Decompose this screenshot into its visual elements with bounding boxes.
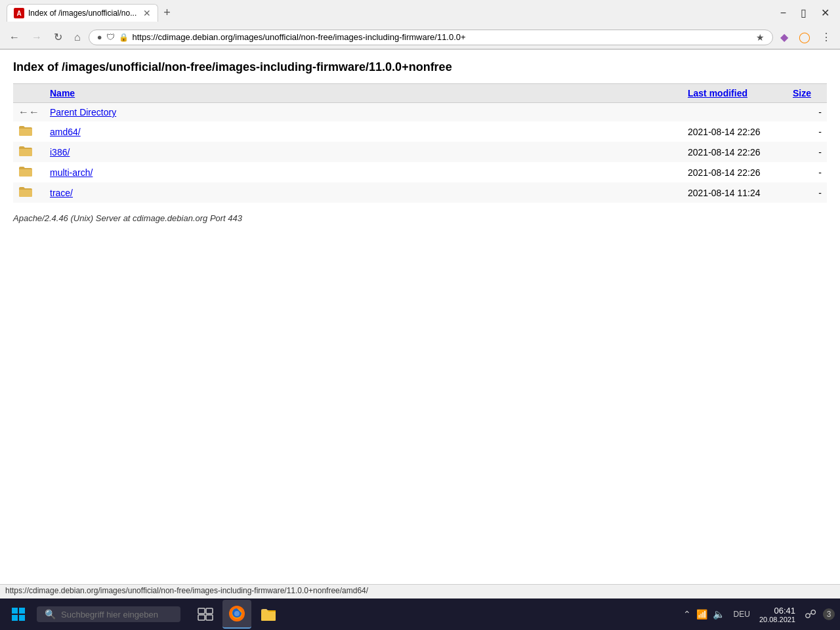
- entry-size-cell: -: [788, 121, 827, 142]
- title-bar: A Index of /images/unofficial/no... ✕ + …: [0, 0, 840, 26]
- entry-modified-cell: [682, 103, 788, 122]
- svg-point-10: [234, 611, 240, 616]
- tray-arrow-icon[interactable]: ⌃: [681, 608, 693, 621]
- entry-icon-cell: ←←: [13, 103, 45, 122]
- svg-rect-7: [206, 615, 213, 620]
- lock-icon: 🔒: [119, 33, 129, 42]
- page-content: Index of /images/unofficial/non-free/ima…: [0, 50, 840, 584]
- pocket-button[interactable]: ◆: [777, 28, 791, 46]
- entry-modified-cell: 2021-08-14 22:26: [682, 142, 788, 162]
- firefox-taskbar-app[interactable]: [222, 600, 251, 629]
- folder-icon: [18, 125, 33, 136]
- svg-rect-2: [12, 615, 18, 621]
- table-row: amd64/2021-08-14 22:26-: [13, 121, 827, 142]
- address-bar[interactable]: ● 🛡 🔒 ★: [89, 30, 773, 45]
- taskview-app[interactable]: [191, 600, 220, 629]
- table-header-row: Name Last modified Size: [13, 84, 827, 103]
- menu-button[interactable]: ⋮: [818, 28, 835, 46]
- svg-rect-5: [206, 608, 213, 614]
- svg-rect-3: [19, 615, 25, 621]
- entry-link[interactable]: i386/: [50, 147, 70, 158]
- language-indicator[interactable]: DEU: [731, 610, 753, 619]
- col-header-icon: [13, 84, 45, 103]
- address-input[interactable]: [133, 32, 752, 42]
- volume-icon[interactable]: 🔈: [711, 607, 727, 621]
- svg-rect-4: [198, 608, 205, 614]
- entry-size-cell: -: [788, 182, 827, 203]
- taskbar-system-tray: ⌃ 📶 🔈 DEU 06:41 20.08.2021 ☍ 3: [681, 606, 835, 623]
- entry-size-cell: -: [788, 162, 827, 182]
- close-button[interactable]: ✕: [817, 5, 833, 20]
- entry-name-cell: i386/: [45, 142, 682, 162]
- svg-rect-0: [12, 608, 18, 614]
- svg-rect-6: [198, 615, 205, 620]
- entry-modified-cell: 2021-08-14 22:26: [682, 162, 788, 182]
- notification-icon[interactable]: ☍: [802, 607, 819, 621]
- entry-link[interactable]: amd64/: [50, 127, 81, 137]
- taskview-icon: [198, 608, 213, 621]
- system-tray-icons: ⌃ 📶 🔈: [681, 607, 727, 621]
- back-button[interactable]: ←: [5, 29, 24, 46]
- minimize-button[interactable]: −: [776, 6, 790, 20]
- firefox-account-button[interactable]: ◯: [795, 28, 814, 46]
- parent-dir-icon: ←←: [18, 106, 39, 117]
- bookmark-star-icon[interactable]: ★: [756, 32, 765, 43]
- entry-modified-cell: 2021-08-14 22:26: [682, 121, 788, 142]
- new-tab-button[interactable]: +: [158, 6, 176, 20]
- explorer-taskbar-app[interactable]: [254, 600, 283, 629]
- entry-link[interactable]: multi-arch/: [50, 167, 93, 178]
- tab-close-button[interactable]: ✕: [143, 8, 151, 18]
- home-button[interactable]: ⌂: [70, 29, 85, 46]
- entry-name-cell: amd64/: [45, 121, 682, 142]
- shield-icon: 🛡: [106, 32, 115, 42]
- clock-date: 20.08.2021: [759, 616, 795, 623]
- reload-button[interactable]: ↻: [50, 28, 66, 46]
- status-url: https://cdimage.debian.org/images/unoffi…: [5, 586, 368, 595]
- taskbar-search-input[interactable]: [61, 610, 173, 620]
- col-header-modified: Last modified: [682, 84, 788, 103]
- folder-icon: [18, 165, 33, 177]
- taskbar: 🔍: [0, 598, 840, 630]
- taskbar-clock[interactable]: 06:41 20.08.2021: [757, 606, 798, 623]
- entry-name-cell: trace/: [45, 182, 682, 203]
- window-controls: − ▯ ✕: [776, 5, 833, 20]
- col-header-name: Name: [45, 84, 682, 103]
- tab-favicon: A: [14, 8, 24, 18]
- svg-rect-12: [261, 610, 268, 612]
- sort-by-name-link[interactable]: Name: [50, 88, 75, 98]
- network-icon[interactable]: 📶: [694, 608, 709, 621]
- explorer-icon: [260, 606, 277, 622]
- active-tab[interactable]: A Index of /images/unofficial/no... ✕: [7, 4, 158, 22]
- maximize-button[interactable]: ▯: [797, 5, 810, 20]
- svg-rect-1: [19, 608, 25, 614]
- sort-by-modified-link[interactable]: Last modified: [688, 88, 747, 98]
- entry-size-cell: -: [788, 142, 827, 162]
- taskbar-search-box[interactable]: 🔍: [37, 606, 180, 622]
- entry-link[interactable]: Parent Directory: [50, 107, 116, 117]
- table-row: multi-arch/2021-08-14 22:26-: [13, 162, 827, 182]
- server-info: Apache/2.4.46 (Unix) Server at cdimage.d…: [13, 213, 827, 223]
- clock-time: 06:41: [759, 606, 795, 616]
- entry-icon-cell: [13, 142, 45, 162]
- nav-bar: ← → ↻ ⌂ ● 🛡 🔒 ★ ◆ ◯ ⋮: [0, 26, 840, 49]
- start-button[interactable]: [5, 601, 32, 627]
- firefox-icon: [228, 604, 246, 623]
- col-header-size: Size: [788, 84, 827, 103]
- tab-bar: A Index of /images/unofficial/no... ✕ +: [7, 4, 176, 22]
- folder-icon: [18, 145, 33, 157]
- entry-name-cell: multi-arch/: [45, 162, 682, 182]
- folder-icon: [18, 186, 33, 198]
- tab-title: Index of /images/unofficial/no...: [28, 9, 136, 18]
- taskbar-apps: [191, 600, 283, 629]
- entry-link[interactable]: trace/: [50, 188, 73, 198]
- table-row: trace/2021-08-14 11:24-: [13, 182, 827, 203]
- directory-table: Name Last modified Size ←←Parent Directo…: [13, 83, 827, 203]
- windows-logo-icon: [12, 608, 25, 621]
- sort-by-size-link[interactable]: Size: [793, 88, 811, 98]
- page-title: Index of /images/unofficial/non-free/ima…: [13, 60, 827, 74]
- table-row: ←←Parent Directory-: [13, 103, 827, 122]
- table-row: i386/2021-08-14 22:26-: [13, 142, 827, 162]
- entry-name-cell: Parent Directory: [45, 103, 682, 122]
- forward-button[interactable]: →: [28, 29, 46, 46]
- notification-count: 3: [823, 608, 835, 620]
